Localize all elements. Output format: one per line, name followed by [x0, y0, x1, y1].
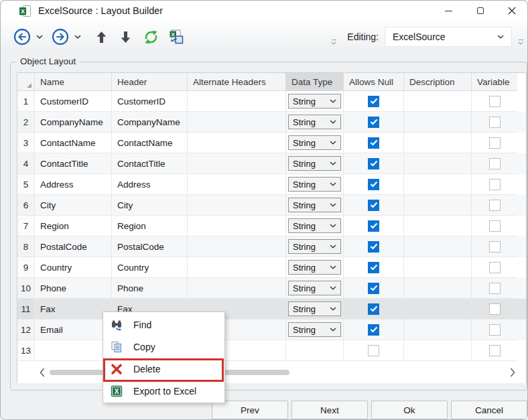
variable-checkbox[interactable] [489, 324, 501, 336]
data-type-select[interactable]: String [288, 322, 341, 337]
cell-name[interactable]: ContactTitle [35, 153, 112, 174]
cell-alternate-headers[interactable] [188, 236, 286, 257]
variable-checkbox[interactable] [489, 137, 501, 149]
corner-select-all-cell[interactable] [17, 73, 35, 91]
allows-null-checkbox[interactable] [368, 345, 379, 356]
column-header-name[interactable]: Name [35, 73, 112, 91]
allows-null-checkbox[interactable] [368, 220, 379, 232]
allows-null-checkbox[interactable] [368, 324, 379, 336]
row-number[interactable]: 9 [17, 257, 35, 278]
toolbar-overflow-button[interactable] [518, 40, 523, 45]
allows-null-checkbox[interactable] [368, 200, 379, 211]
cell-header[interactable]: Country [112, 257, 188, 278]
cell-description[interactable] [404, 340, 472, 361]
row-number[interactable]: 8 [17, 236, 35, 257]
cell-name[interactable]: CompanyName [35, 112, 112, 133]
forward-button[interactable] [52, 28, 69, 46]
cell-name[interactable]: ContactName [35, 133, 112, 153]
table-row[interactable]: 13 [17, 340, 526, 361]
allows-null-checkbox[interactable] [368, 303, 379, 315]
allows-null-checkbox[interactable] [368, 179, 379, 190]
data-type-select[interactable]: String [288, 260, 341, 275]
variable-checkbox[interactable] [489, 117, 501, 128]
table-row[interactable]: 12EmailEmailString [17, 320, 526, 340]
table-row[interactable]: 3ContactNameContactNameString [17, 133, 526, 153]
column-header-variable[interactable]: Variable [472, 73, 517, 91]
move-down-button[interactable] [121, 31, 131, 44]
allows-null-checkbox[interactable] [368, 262, 379, 273]
toolbar-overflow-button[interactable] [331, 40, 336, 45]
cell-header[interactable]: CompanyName [112, 112, 188, 133]
row-number[interactable]: 2 [17, 112, 35, 133]
cell-description[interactable] [404, 153, 472, 174]
cell-description[interactable] [404, 320, 472, 340]
cell-name[interactable]: City [35, 195, 112, 216]
cell-description[interactable] [404, 236, 472, 257]
row-number[interactable]: 6 [17, 195, 35, 216]
minimize-button[interactable] [433, 1, 464, 21]
data-type-select[interactable]: String [288, 218, 341, 233]
cell-alternate-headers[interactable] [188, 153, 286, 174]
variable-checkbox[interactable] [489, 96, 501, 107]
cell-description[interactable] [404, 216, 472, 236]
allows-null-checkbox[interactable] [368, 137, 379, 149]
menu-item-copy[interactable]: Copy [103, 336, 224, 358]
cell-name[interactable]: Country [35, 257, 112, 278]
table-row[interactable]: 8PostalCodePostalCodeString [17, 236, 526, 257]
menu-item-export-to-excel[interactable]: X Export to Excel [103, 380, 224, 402]
cell-alternate-headers[interactable] [188, 91, 286, 112]
data-type-select[interactable]: String [288, 301, 341, 316]
row-number[interactable]: 3 [17, 133, 35, 153]
row-number[interactable]: 7 [17, 216, 35, 236]
row-number[interactable]: 12 [17, 320, 35, 340]
data-type-select[interactable]: String [288, 135, 341, 150]
cell-name[interactable]: Phone [35, 278, 112, 299]
back-button[interactable] [13, 28, 31, 46]
prev-button[interactable]: Prev [212, 401, 288, 419]
cell-description[interactable] [404, 278, 472, 299]
cell-name[interactable]: Region [35, 216, 112, 236]
variable-checkbox[interactable] [489, 200, 501, 211]
cell-header[interactable]: CustomerID [112, 91, 188, 112]
cancel-button[interactable]: Cancel [451, 401, 527, 419]
column-header-allows-null[interactable]: Allows Null [344, 73, 404, 91]
cell-header[interactable]: Region [112, 216, 188, 236]
maximize-button[interactable] [464, 1, 496, 21]
editing-combobox[interactable]: ExcelSource [385, 27, 512, 47]
variable-checkbox[interactable] [489, 283, 501, 294]
table-row[interactable]: 2CompanyNameCompanyNameString [17, 112, 526, 133]
cell-name[interactable]: Email [35, 320, 112, 340]
row-number[interactable]: 11 [17, 299, 35, 320]
variable-checkbox[interactable] [489, 345, 501, 356]
back-options-button[interactable] [36, 35, 43, 39]
allows-null-checkbox[interactable] [368, 117, 379, 128]
cell-alternate-headers[interactable] [188, 112, 286, 133]
data-type-select[interactable]: String [288, 156, 341, 171]
cell-header[interactable]: ContactName [112, 133, 188, 153]
cell-alternate-headers[interactable] [188, 174, 286, 195]
cell-description[interactable] [404, 112, 472, 133]
row-number[interactable]: 4 [17, 153, 35, 174]
cell-alternate-headers[interactable] [188, 257, 286, 278]
table-row[interactable]: 9CountryCountryString [17, 257, 526, 278]
variable-checkbox[interactable] [489, 262, 501, 273]
row-number[interactable]: 5 [17, 174, 35, 195]
table-row[interactable]: 4ContactTitleContactTitleString [17, 153, 526, 174]
move-up-button[interactable] [96, 31, 107, 44]
column-header-description[interactable]: Description [404, 73, 472, 91]
variable-checkbox[interactable] [489, 241, 501, 253]
data-type-select[interactable]: String [288, 239, 341, 254]
cell-name[interactable]: CustomerID [35, 91, 112, 112]
data-type-select[interactable]: String [288, 198, 341, 212]
table-row[interactable]: 1CustomerIDCustomerIDString [17, 91, 526, 112]
cell-description[interactable] [404, 299, 472, 320]
table-row[interactable]: 11FaxFaxString [17, 299, 526, 320]
allows-null-checkbox[interactable] [368, 283, 379, 294]
table-row[interactable]: 10PhonePhoneString [17, 278, 526, 299]
scroll-left-button[interactable] [40, 367, 46, 378]
variable-checkbox[interactable] [489, 220, 501, 232]
row-number[interactable]: 1 [17, 91, 35, 112]
cell-alternate-headers[interactable] [188, 133, 286, 153]
cell-description[interactable] [404, 133, 472, 153]
cell-name[interactable]: Address [35, 174, 112, 195]
